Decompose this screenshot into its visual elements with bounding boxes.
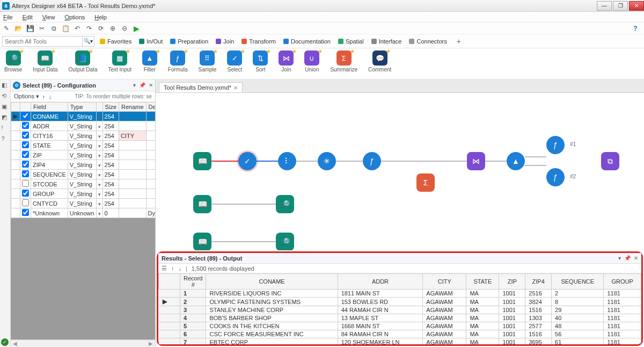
cat-connectors[interactable]: Connectors bbox=[409, 38, 447, 45]
panel-pin-icon[interactable]: 📌 bbox=[624, 255, 631, 261]
workflow-tab[interactable]: Tool Results Demo.yxmd* ✕ bbox=[159, 82, 243, 92]
config-row[interactable]: CNTYCDV_String254 bbox=[11, 199, 156, 208]
cell-rename[interactable] bbox=[119, 121, 147, 131]
cell-size[interactable]: 254 bbox=[103, 179, 119, 189]
results-row[interactable]: 7EBTEC CORP120 SHOEMAKER LNAGAWAMMA10013… bbox=[159, 338, 641, 345]
gutter-icon[interactable]: ▣ bbox=[2, 103, 9, 111]
sort-asc-icon[interactable]: ↑ bbox=[171, 265, 174, 272]
node-sort[interactable]: ⠇ bbox=[278, 152, 296, 170]
gutter-icon[interactable]: ◩ bbox=[2, 114, 9, 121]
node-unique[interactable]: ✳ bbox=[318, 152, 336, 170]
tool-inputdata[interactable]: 📖★Input Data bbox=[33, 50, 57, 73]
menu-view[interactable]: View bbox=[42, 14, 55, 20]
cell-desc[interactable]: Dy bbox=[146, 208, 155, 218]
type-dropdown-icon[interactable] bbox=[96, 199, 103, 208]
cell-desc[interactable] bbox=[146, 170, 155, 179]
copy-icon[interactable]: ⧉ bbox=[49, 24, 58, 33]
config-row[interactable]: GROUPV_String254 bbox=[11, 189, 156, 199]
node-end[interactable]: ⧉ bbox=[601, 152, 619, 170]
cat-join[interactable]: Join bbox=[216, 38, 234, 45]
redo-icon[interactable]: ↷ bbox=[85, 24, 93, 33]
node-summarize[interactable]: Σ bbox=[416, 174, 435, 192]
cell-size[interactable]: 254 bbox=[103, 160, 119, 170]
cell-type[interactable]: Unknown bbox=[68, 208, 96, 218]
node-input[interactable]: 📖 bbox=[193, 152, 211, 170]
type-dropdown-icon[interactable] bbox=[96, 131, 103, 141]
panel-close-icon[interactable]: ✕ bbox=[634, 255, 638, 261]
col-group[interactable]: GROUP bbox=[604, 274, 641, 290]
field-checkbox[interactable] bbox=[22, 122, 29, 129]
cell-size[interactable]: 254 bbox=[103, 112, 119, 121]
node-select[interactable]: ✓ bbox=[238, 152, 257, 170]
col-coname[interactable]: CONAME bbox=[206, 274, 338, 290]
node-browse2[interactable]: 🔎 bbox=[276, 195, 294, 213]
col-zip4[interactable]: ZIP4 bbox=[525, 274, 552, 290]
options-dropdown[interactable]: Options ▾ bbox=[14, 93, 39, 100]
field-checkbox[interactable] bbox=[22, 112, 29, 119]
maximize-button[interactable]: ❐ bbox=[613, 1, 628, 11]
node-input3[interactable]: 📖 bbox=[193, 233, 211, 250]
menu-file[interactable]: File bbox=[3, 14, 13, 20]
tool-select[interactable]: ✓★Select bbox=[227, 50, 242, 73]
type-dropdown-icon[interactable] bbox=[96, 150, 103, 160]
results-row[interactable]: 4BOB'S BARBER SHOP13 MAPLE STAGAWAMMA100… bbox=[159, 314, 641, 322]
new-icon[interactable]: ✎ bbox=[2, 24, 11, 33]
field-checkbox[interactable] bbox=[22, 141, 29, 148]
cell-type[interactable]: V_String bbox=[68, 112, 96, 121]
results-table-wrap[interactable]: Record # CONAME ADDR CITY STATE ZIP ZIP4… bbox=[158, 273, 641, 344]
cell-type[interactable]: V_String bbox=[68, 199, 96, 208]
field-checkbox[interactable] bbox=[22, 199, 29, 206]
cat-transform[interactable]: Transform bbox=[241, 38, 276, 45]
cell-type[interactable]: V_String bbox=[68, 141, 96, 150]
tool-outputdata[interactable]: 📘★Output Data bbox=[69, 50, 98, 73]
config-row[interactable]: CITY16V_String254CITY bbox=[11, 131, 156, 141]
cell-desc[interactable] bbox=[146, 121, 155, 131]
config-row[interactable]: ZIPV_String254 bbox=[11, 150, 156, 160]
cell-desc[interactable] bbox=[146, 179, 155, 189]
zoom-out-icon[interactable]: ⊖ bbox=[120, 24, 129, 33]
field-checkbox[interactable] bbox=[22, 161, 29, 168]
cell-size[interactable]: 254 bbox=[103, 141, 119, 150]
cat-preparation[interactable]: Preparation bbox=[170, 38, 208, 45]
tool-sort[interactable]: ⇅★Sort bbox=[253, 50, 268, 73]
undo-icon[interactable]: ↶ bbox=[73, 24, 82, 33]
col-desc[interactable]: De bbox=[146, 103, 155, 112]
results-row[interactable]: 6CSC FORCE MEASUREMENT INC84 RAMAH CIR N… bbox=[159, 330, 641, 338]
col-city[interactable]: CITY bbox=[423, 274, 466, 290]
field-checkbox[interactable] bbox=[22, 132, 29, 139]
cat-interface[interactable]: Interface bbox=[371, 38, 402, 45]
cell-rename[interactable] bbox=[119, 208, 147, 218]
tool-union[interactable]: ∪★Union bbox=[304, 50, 319, 73]
type-dropdown-icon[interactable] bbox=[96, 160, 103, 170]
col-zip[interactable]: ZIP bbox=[499, 274, 525, 290]
panel-dropdown-icon[interactable]: ▾ bbox=[133, 82, 136, 88]
field-checkbox[interactable] bbox=[22, 151, 29, 158]
close-button[interactable]: ✕ bbox=[629, 1, 644, 11]
cell-rename[interactable] bbox=[119, 189, 147, 199]
col-seq[interactable]: SEQUENCE bbox=[552, 274, 604, 290]
gutter-icon[interactable]: ? bbox=[2, 135, 9, 143]
cell-desc[interactable] bbox=[146, 189, 155, 199]
field-checkbox[interactable] bbox=[22, 190, 29, 197]
type-dropdown-icon[interactable] bbox=[96, 141, 103, 150]
node-browse3[interactable]: 🔎 bbox=[276, 233, 294, 250]
move-down-icon[interactable]: ↓ bbox=[48, 93, 52, 100]
config-row[interactable]: STATEV_String254 bbox=[11, 141, 156, 150]
config-table-wrap[interactable]: Field Type Size Rename De ▶CONAMEV_Strin… bbox=[11, 102, 155, 339]
tool-filter[interactable]: ▲★Filter bbox=[142, 50, 157, 73]
panel-dropdown-icon[interactable]: ▾ bbox=[618, 255, 621, 261]
node-formula[interactable]: ƒ bbox=[363, 152, 381, 170]
move-up-icon[interactable]: ↑ bbox=[42, 93, 46, 100]
list-view-icon[interactable]: ☰ bbox=[162, 265, 167, 272]
minimize-button[interactable]: — bbox=[597, 1, 612, 11]
node-input2[interactable]: 📖 bbox=[193, 195, 211, 213]
gutter-icon[interactable]: ⟲ bbox=[2, 92, 9, 100]
cat-spatial[interactable]: Spatial bbox=[338, 38, 364, 45]
cell-rename[interactable] bbox=[119, 150, 147, 160]
panel-pin-icon[interactable]: 📌 bbox=[139, 82, 145, 88]
type-dropdown-icon[interactable] bbox=[96, 170, 103, 179]
tool-textinput[interactable]: ▦★Text Input bbox=[108, 50, 131, 73]
tool-formula[interactable]: ƒ★Formula bbox=[168, 50, 188, 73]
cell-rename[interactable] bbox=[119, 170, 147, 179]
col-type[interactable]: Type bbox=[68, 103, 96, 112]
